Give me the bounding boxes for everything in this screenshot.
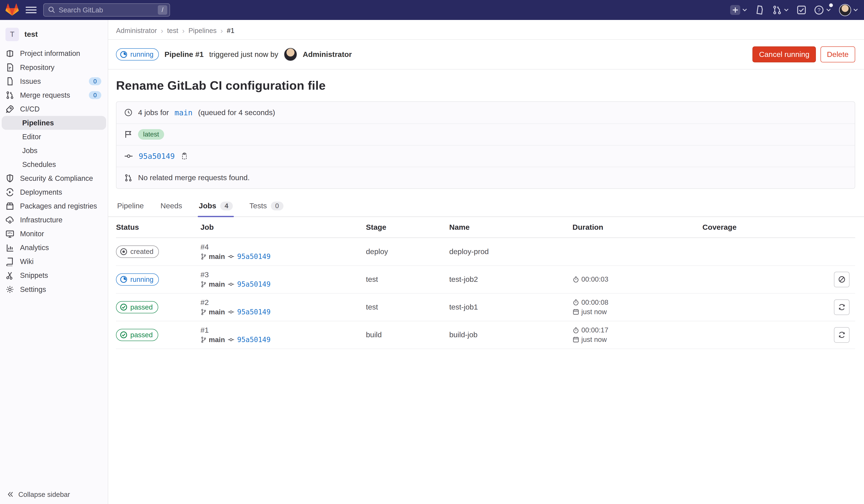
- ref-link[interactable]: main: [209, 308, 225, 316]
- sidebar-item-repository[interactable]: Repository: [0, 61, 108, 74]
- ref-link[interactable]: main: [209, 253, 225, 261]
- project-sidebar: T test Project information Repository Is…: [0, 20, 108, 504]
- shield-icon: [5, 174, 14, 183]
- commit-sha-link[interactable]: 95a50149: [237, 308, 271, 316]
- todos-button[interactable]: [797, 5, 806, 15]
- related-mr-row: No related merge requests found.: [117, 167, 854, 188]
- table-row: passed #1 main: [116, 321, 855, 349]
- sidebar-item-project-information[interactable]: Project information: [0, 47, 108, 61]
- sidebar-subitem-jobs[interactable]: Jobs: [0, 144, 108, 158]
- new-menu-button[interactable]: [730, 5, 747, 15]
- issues-button[interactable]: [755, 5, 765, 15]
- menu-hamburger-icon[interactable]: [26, 4, 37, 15]
- sidebar-item-security-compliance[interactable]: Security & Compliance: [0, 172, 108, 185]
- job-link[interactable]: #1: [201, 326, 360, 334]
- sidebar-item-packages-registries[interactable]: Packages and registries: [0, 199, 108, 213]
- sidebar-item-analytics[interactable]: Analytics: [0, 241, 108, 255]
- double-chevron-left-icon: [7, 491, 14, 498]
- sidebar-item-infrastructure[interactable]: Infrastructure: [0, 213, 108, 227]
- name-cell: test-job2: [449, 275, 573, 284]
- author-name[interactable]: Administrator: [303, 50, 352, 59]
- commit-sha-link[interactable]: 95a50149: [237, 253, 271, 261]
- copy-commit-button[interactable]: [180, 152, 188, 160]
- merge-request-icon: [124, 174, 133, 182]
- stage-cell: deploy: [366, 247, 449, 256]
- passed-status-icon: [120, 303, 128, 311]
- branch-icon: [201, 336, 206, 343]
- chart-icon: [5, 243, 14, 252]
- retry-job-button[interactable]: [834, 327, 850, 343]
- search-input[interactable]: [59, 6, 154, 14]
- ref-link[interactable]: main: [209, 280, 225, 288]
- commit-sha-link[interactable]: 95a50149: [139, 152, 175, 160]
- global-search[interactable]: /: [43, 3, 170, 16]
- merge-request-icon: [5, 91, 14, 100]
- tab-tests[interactable]: Tests 0: [248, 197, 285, 217]
- flag-icon: [124, 130, 133, 139]
- branch-icon: [201, 253, 206, 260]
- sidebar-item-cicd[interactable]: CI/CD: [0, 102, 108, 116]
- clock-icon: [124, 108, 133, 117]
- sidebar-item-merge-requests[interactable]: Merge requests 0: [0, 88, 108, 102]
- retry-job-button[interactable]: [834, 299, 850, 315]
- passed-status-icon: [120, 331, 128, 339]
- commit-sha-link[interactable]: 95a50149: [237, 335, 271, 344]
- pipeline-label: Pipeline #1: [165, 50, 204, 59]
- breadcrumb-administrator[interactable]: Administrator: [116, 27, 157, 35]
- user-menu-button[interactable]: [839, 4, 858, 16]
- sidebar-item-settings[interactable]: Settings: [0, 282, 108, 296]
- pipeline-info-box: 4 jobs for main (queued for 4 seconds) l…: [116, 101, 855, 189]
- sidebar-item-issues[interactable]: Issues 0: [0, 74, 108, 88]
- collapse-sidebar-button[interactable]: Collapse sidebar: [0, 485, 108, 504]
- job-status-badge-passed[interactable]: passed: [116, 301, 158, 313]
- sidebar-item-deployments[interactable]: Deployments: [0, 185, 108, 199]
- job-status-badge-passed[interactable]: passed: [116, 329, 158, 341]
- scissors-icon: [5, 271, 14, 280]
- sidebar-project-header[interactable]: T test: [0, 24, 108, 47]
- commit-icon: [124, 152, 133, 160]
- duration-cell: 00:00:17 just now: [573, 325, 703, 344]
- sidebar-subitem-editor[interactable]: Editor: [0, 130, 108, 144]
- ref-link[interactable]: main: [209, 336, 225, 344]
- calendar-icon: [573, 336, 579, 343]
- job-link[interactable]: #3: [201, 270, 360, 279]
- sidebar-item-snippets[interactable]: Snippets: [0, 269, 108, 282]
- merge-requests-button[interactable]: [772, 5, 789, 15]
- merge-requests-count-badge: 0: [89, 91, 101, 99]
- latest-badge[interactable]: latest: [138, 129, 164, 140]
- breadcrumb-project[interactable]: test: [167, 27, 178, 35]
- cancel-job-button[interactable]: [834, 272, 850, 287]
- sidebar-item-wiki[interactable]: Wiki: [0, 255, 108, 269]
- job-link[interactable]: #2: [201, 298, 360, 307]
- cancel-running-button[interactable]: Cancel running: [753, 46, 816, 63]
- issues-icon: [5, 77, 14, 86]
- tab-needs[interactable]: Needs: [159, 197, 183, 217]
- chevron-down-icon: [783, 7, 789, 13]
- tab-pipeline[interactable]: Pipeline: [116, 197, 145, 217]
- todo-check-icon: [797, 5, 806, 15]
- chevron-down-icon: [853, 7, 858, 13]
- sidebar-subitem-schedules[interactable]: Schedules: [0, 158, 108, 171]
- chevron-down-icon: [826, 7, 831, 13]
- sidebar-subitem-pipelines[interactable]: Pipelines: [2, 116, 106, 130]
- pipeline-status-badge[interactable]: running: [116, 48, 159, 61]
- gitlab-logo-icon[interactable]: [5, 3, 19, 16]
- commit-sha-link[interactable]: 95a50149: [237, 280, 271, 288]
- author-avatar[interactable]: [284, 48, 297, 61]
- job-link[interactable]: #4: [201, 243, 360, 251]
- stage-cell: build: [366, 331, 449, 339]
- breadcrumb-pipelines[interactable]: Pipelines: [189, 27, 217, 35]
- search-shortcut-key: /: [158, 5, 167, 15]
- latest-row: latest: [117, 123, 854, 145]
- job-status-badge-running[interactable]: running: [116, 273, 159, 286]
- sidebar-item-monitor[interactable]: Monitor: [0, 227, 108, 241]
- help-menu-button[interactable]: ?: [814, 5, 831, 15]
- tab-jobs[interactable]: Jobs 4: [198, 197, 234, 217]
- job-status-badge-created[interactable]: created: [116, 245, 159, 258]
- top-navbar: /: [0, 0, 864, 20]
- branch-link[interactable]: main: [175, 108, 192, 117]
- branch-icon: [201, 281, 206, 288]
- delete-button[interactable]: Delete: [820, 46, 855, 63]
- commit-icon: [227, 281, 235, 287]
- no-mr-text: No related merge requests found.: [138, 173, 250, 182]
